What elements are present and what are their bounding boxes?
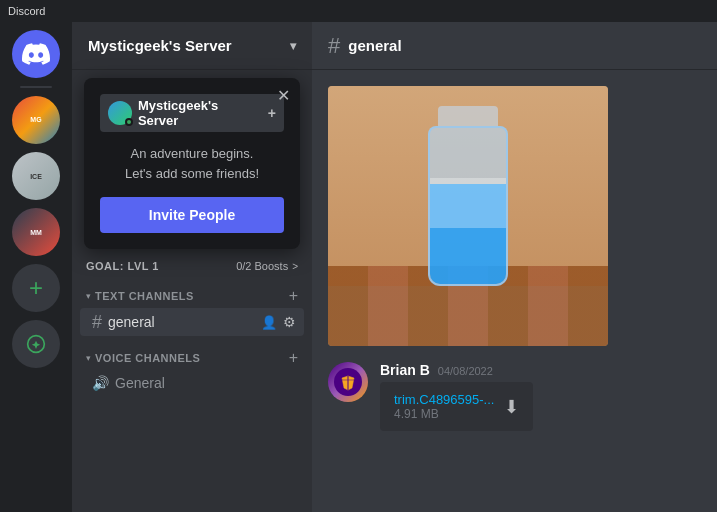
discord-home-button[interactable]: [12, 30, 60, 78]
text-channels-label: TEXT CHANNELS: [95, 290, 289, 302]
server-header-chevron-icon: ▾: [290, 39, 296, 53]
message-author: Brian B: [380, 362, 430, 378]
goal-label: GOAL: LVL 1: [86, 260, 159, 272]
message-content: Brian B 04/08/2022 trim.C4896595-... 4.9…: [380, 362, 533, 431]
goal-bar[interactable]: GOAL: LVL 1 0/2 Boosts >: [72, 250, 312, 282]
server-popup: ✕ Mysticgeek's Server + An adventure beg…: [84, 78, 300, 249]
server-name-label: Mysticgeek's Server: [88, 37, 232, 54]
popup-avatar-online-dot: [125, 118, 133, 126]
chat-channel-name: general: [348, 37, 401, 54]
invite-member-icon[interactable]: 👤: [261, 315, 277, 330]
chat-messages-area: Brian B 04/08/2022 trim.C4896595-... 4.9…: [312, 70, 717, 512]
boost-info: 0/2 Boosts >: [236, 260, 298, 272]
channel-actions: 👤 ⚙: [261, 314, 296, 330]
popup-plus-icon: +: [268, 105, 276, 121]
bottle-label: [430, 178, 506, 228]
add-text-channel-button[interactable]: +: [289, 288, 298, 304]
server-icon-ice[interactable]: ICE: [12, 152, 60, 200]
file-size: 4.91 MB: [394, 407, 494, 421]
app-layout: MG ICE MM + Mysticgeek's Server ▾: [0, 22, 717, 512]
message-timestamp: 04/08/2022: [438, 365, 493, 377]
voice-channel-name: General: [115, 375, 165, 391]
server-header[interactable]: Mysticgeek's Server ▾: [72, 22, 312, 70]
avatar: [328, 362, 368, 402]
message-row: Brian B 04/08/2022 trim.C4896595-... 4.9…: [328, 362, 701, 431]
bottle-body: [428, 126, 508, 286]
file-info: trim.C4896595-... 4.91 MB: [394, 392, 494, 421]
bottle: [418, 106, 518, 306]
explore-servers-button[interactable]: [12, 320, 60, 368]
channel-name-general: general: [108, 314, 255, 330]
add-voice-channel-button[interactable]: +: [289, 350, 298, 366]
popup-subtitle: An adventure begins.Let's add some frien…: [125, 144, 259, 183]
popup-close-button[interactable]: ✕: [277, 88, 290, 104]
bottle-cap: [438, 106, 498, 126]
server-list: MG ICE MM +: [0, 22, 72, 512]
channel-list: Mysticgeek's Server ▾ ✕ Mysticgeek's Ser…: [72, 22, 312, 512]
file-name[interactable]: trim.C4896595-...: [394, 392, 494, 407]
app-title: Discord: [8, 5, 45, 17]
channel-settings-icon[interactable]: ⚙: [283, 314, 296, 330]
boost-chevron-icon: >: [292, 261, 298, 272]
popup-server-name: Mysticgeek's Server: [138, 98, 262, 128]
voice-channels-chevron-icon: ▾: [86, 353, 91, 363]
chat-image-content: [328, 86, 608, 346]
download-icon[interactable]: ⬇: [504, 396, 519, 418]
main-chat: # general: [312, 22, 717, 512]
file-attachment: trim.C4896595-... 4.91 MB ⬇: [380, 382, 533, 431]
voice-channel-general[interactable]: 🔊 General: [80, 370, 304, 396]
chat-header: # general: [312, 22, 717, 70]
server-icon-matmen[interactable]: MM: [12, 208, 60, 256]
text-channels-chevron-icon: ▾: [86, 291, 91, 301]
server-icon-mysticgeek[interactable]: MG: [12, 96, 60, 144]
title-bar: Discord: [0, 0, 717, 22]
text-channels-section[interactable]: ▾ TEXT CHANNELS +: [72, 282, 312, 308]
voice-channels-section[interactable]: ▾ VOICE CHANNELS +: [72, 344, 312, 370]
boost-count: 0/2 Boosts: [236, 260, 288, 272]
chat-header-hash-icon: #: [328, 33, 340, 59]
popup-server-badge: Mysticgeek's Server +: [100, 94, 284, 132]
channel-hash-icon: #: [92, 313, 102, 331]
popup-avatar: [108, 101, 132, 125]
invite-people-button[interactable]: Invite People: [100, 197, 284, 233]
message-meta: Brian B 04/08/2022: [380, 362, 533, 378]
channel-item-general[interactable]: # general 👤 ⚙: [80, 308, 304, 336]
server-separator: [20, 86, 52, 88]
chat-image: [328, 86, 608, 346]
voice-speaker-icon: 🔊: [92, 375, 109, 391]
add-server-button[interactable]: +: [12, 264, 60, 312]
voice-channels-label: VOICE CHANNELS: [95, 352, 289, 364]
